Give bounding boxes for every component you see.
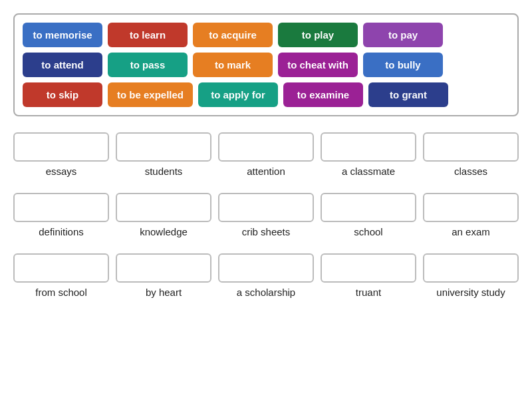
drop-label-2-4: university study bbox=[436, 287, 505, 298]
word-bank-row-0: to memoriseto learnto acquireto playto p… bbox=[23, 23, 509, 47]
drop-item-1-1: knowledge bbox=[116, 193, 211, 237]
drop-item-1-3: school bbox=[321, 193, 416, 237]
drop-label-0-2: attention bbox=[247, 166, 285, 177]
word-chip-2-2[interactable]: to apply for bbox=[198, 82, 278, 107]
drop-item-0-1: students bbox=[116, 132, 211, 177]
word-chip-1-1[interactable]: to pass bbox=[108, 53, 188, 77]
drop-label-0-4: classes bbox=[454, 166, 487, 177]
drop-section: essaysstudentsattentiona classmateclasse… bbox=[13, 132, 519, 298]
drop-box-1-0[interactable] bbox=[13, 193, 109, 222]
drop-box-2-3[interactable] bbox=[321, 253, 416, 283]
drop-item-1-4: an exam bbox=[423, 193, 519, 237]
word-chip-1-0[interactable]: to attend bbox=[23, 53, 102, 77]
word-chip-1-4[interactable]: to bully bbox=[363, 53, 443, 77]
drop-label-0-3: a classmate bbox=[342, 166, 395, 177]
drop-label-1-1: knowledge bbox=[140, 226, 188, 237]
word-bank: to memoriseto learnto acquireto playto p… bbox=[13, 13, 519, 116]
drop-box-0-3[interactable] bbox=[321, 132, 416, 162]
drop-box-0-1[interactable] bbox=[116, 132, 211, 162]
word-bank-row-1: to attendto passto markto cheat withto b… bbox=[23, 53, 509, 77]
word-chip-0-4[interactable]: to pay bbox=[363, 23, 443, 47]
drop-row-1: definitionsknowledgecrib sheetsschoolan … bbox=[13, 193, 519, 237]
drop-box-0-0[interactable] bbox=[13, 132, 109, 162]
drop-box-2-0[interactable] bbox=[13, 253, 109, 283]
drop-label-2-3: truant bbox=[356, 287, 381, 298]
drop-box-0-4[interactable] bbox=[423, 132, 519, 162]
drop-box-1-1[interactable] bbox=[116, 193, 211, 222]
drop-item-1-0: definitions bbox=[13, 193, 109, 237]
drop-item-2-0: from school bbox=[13, 253, 109, 298]
drop-item-0-0: essays bbox=[13, 132, 109, 177]
drop-item-2-2: a scholarship bbox=[218, 253, 314, 298]
drop-row-2: from schoolby hearta scholarshiptruantun… bbox=[13, 253, 519, 298]
drop-item-2-4: university study bbox=[423, 253, 519, 298]
word-bank-row-2: to skipto be expelledto apply forto exam… bbox=[23, 82, 509, 107]
drop-label-0-1: students bbox=[145, 166, 183, 177]
word-chip-1-3[interactable]: to cheat with bbox=[278, 53, 358, 77]
drop-item-2-1: by heart bbox=[116, 253, 211, 298]
word-chip-2-0[interactable]: to skip bbox=[23, 82, 102, 107]
drop-label-1-0: definitions bbox=[39, 226, 84, 237]
drop-item-2-3: truant bbox=[321, 253, 416, 298]
drop-label-0-0: essays bbox=[46, 166, 77, 177]
drop-box-1-4[interactable] bbox=[423, 193, 519, 222]
drop-label-1-4: an exam bbox=[452, 226, 490, 237]
drop-label-1-3: school bbox=[354, 226, 382, 237]
word-chip-2-4[interactable]: to grant bbox=[368, 82, 448, 107]
drop-box-1-3[interactable] bbox=[321, 193, 416, 222]
drop-box-2-1[interactable] bbox=[116, 253, 211, 283]
drop-label-1-2: crib sheets bbox=[242, 226, 291, 237]
drop-box-1-2[interactable] bbox=[218, 193, 314, 222]
drop-item-0-2: attention bbox=[218, 132, 314, 177]
word-chip-0-1[interactable]: to learn bbox=[108, 23, 188, 47]
drop-item-0-3: a classmate bbox=[321, 132, 416, 177]
drop-row-0: essaysstudentsattentiona classmateclasse… bbox=[13, 132, 519, 177]
drop-item-1-2: crib sheets bbox=[218, 193, 314, 237]
drop-box-2-4[interactable] bbox=[423, 253, 519, 283]
word-chip-1-2[interactable]: to mark bbox=[193, 53, 273, 77]
drop-label-2-0: from school bbox=[35, 287, 87, 298]
word-chip-0-2[interactable]: to acquire bbox=[193, 23, 273, 47]
drop-item-0-4: classes bbox=[423, 132, 519, 177]
word-chip-0-3[interactable]: to play bbox=[278, 23, 358, 47]
drop-label-2-1: by heart bbox=[146, 287, 182, 298]
drop-box-2-2[interactable] bbox=[218, 253, 314, 283]
word-chip-2-3[interactable]: to examine bbox=[283, 82, 363, 107]
drop-box-0-2[interactable] bbox=[218, 132, 314, 162]
word-chip-0-0[interactable]: to memorise bbox=[23, 23, 102, 47]
drop-label-2-2: a scholarship bbox=[237, 287, 295, 298]
word-chip-2-1[interactable]: to be expelled bbox=[108, 82, 193, 107]
